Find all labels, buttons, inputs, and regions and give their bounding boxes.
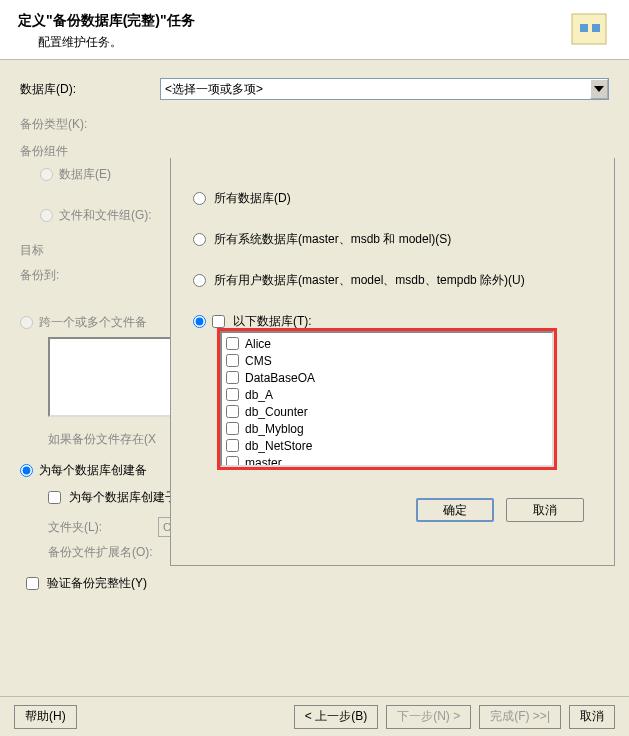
header-icon	[566, 8, 614, 52]
db-item-label: Alice	[245, 337, 271, 351]
ok-button[interactable]: 确定	[416, 498, 494, 522]
radio-per-db[interactable]	[20, 464, 33, 477]
folder-label: 文件夹(L):	[48, 519, 158, 536]
destination-label: 目标	[20, 242, 160, 259]
radio-sys-db[interactable]	[193, 233, 206, 246]
database-dropdown[interactable]: <选择一项或多项>	[160, 78, 609, 100]
db-item-checkbox[interactable]	[226, 439, 239, 452]
radio-filegroup	[40, 209, 53, 222]
cancel-wizard-button[interactable]: 取消	[569, 705, 615, 729]
checkbox-subdir[interactable]	[48, 491, 61, 504]
radio-sys-db-label: 所有系统数据库(master、msdb 和 model)(S)	[214, 231, 451, 248]
db-item[interactable]: DataBaseOA	[226, 369, 548, 386]
db-item-label: master	[245, 456, 282, 468]
ext-label: 备份文件扩展名(O):	[48, 544, 158, 561]
db-item-label: db_NetStore	[245, 439, 312, 453]
help-button[interactable]: 帮助(H)	[14, 705, 77, 729]
radio-across-files	[20, 316, 33, 329]
radio-all-db[interactable]	[193, 192, 206, 205]
checkbox-verify[interactable]	[26, 577, 39, 590]
radio-across-files-label: 跨一个或多个文件备	[39, 314, 147, 331]
db-item-checkbox[interactable]	[226, 371, 239, 384]
db-item[interactable]: Alice	[226, 335, 548, 352]
db-item-checkbox[interactable]	[226, 388, 239, 401]
database-list-highlight: AliceCMSDataBaseOAdb_Adb_Counterdb_Myblo…	[217, 328, 557, 470]
db-item-checkbox[interactable]	[226, 354, 239, 367]
radio-per-db-label: 为每个数据库创建备	[39, 462, 147, 479]
wizard-header: 定义"备份数据库(完整)"任务 配置维护任务。	[0, 0, 629, 60]
radio-all-db-label: 所有数据库(D)	[214, 190, 291, 207]
page-title: 定义"备份数据库(完整)"任务	[18, 12, 611, 30]
db-item-label: CMS	[245, 354, 272, 368]
dropdown-arrow-button[interactable]	[590, 79, 608, 99]
checkbox-verify-label: 验证备份完整性(Y)	[47, 575, 147, 592]
db-item-label: db_Myblog	[245, 422, 304, 436]
db-item[interactable]: db_Counter	[226, 403, 548, 420]
db-item-checkbox[interactable]	[226, 405, 239, 418]
svg-rect-0	[572, 14, 606, 44]
db-item-checkbox[interactable]	[226, 456, 239, 467]
dropdown-text: <选择一项或多项>	[165, 81, 263, 98]
next-button: 下一步(N) >	[386, 705, 471, 729]
svg-rect-1	[580, 24, 588, 32]
db-item[interactable]: CMS	[226, 352, 548, 369]
db-item[interactable]: master	[226, 454, 548, 467]
radio-database	[40, 168, 53, 181]
radio-filegroup-label: 文件和文件组(G):	[59, 207, 152, 224]
radio-database-label: 数据库(E)	[59, 166, 111, 183]
database-dropdown-panel: 所有数据库(D) 所有系统数据库(master、msdb 和 model)(S)…	[170, 158, 615, 566]
radio-user-db[interactable]	[193, 274, 206, 287]
backup-type-label: 备份类型(K):	[20, 116, 160, 133]
radio-user-db-label: 所有用户数据库(master、model、msdb、tempdb 除外)(U)	[214, 272, 525, 289]
checkbox-these-db-all[interactable]	[212, 315, 225, 328]
database-list[interactable]: AliceCMSDataBaseOAdb_Adb_Counterdb_Myblo…	[220, 331, 554, 467]
cancel-button[interactable]: 取消	[506, 498, 584, 522]
wizard-footer: 帮助(H) < 上一步(B) 下一步(N) > 完成(F) >>| 取消	[0, 696, 629, 736]
backup-component-label: 备份组件	[20, 143, 160, 160]
db-item-label: db_Counter	[245, 405, 308, 419]
db-item[interactable]: db_NetStore	[226, 437, 548, 454]
db-item-checkbox[interactable]	[226, 337, 239, 350]
db-item-label: DataBaseOA	[245, 371, 315, 385]
svg-rect-2	[592, 24, 600, 32]
back-button[interactable]: < 上一步(B)	[294, 705, 378, 729]
finish-button: 完成(F) >>|	[479, 705, 561, 729]
page-subtitle: 配置维护任务。	[18, 30, 611, 51]
db-item[interactable]: db_Myblog	[226, 420, 548, 437]
radio-these-db[interactable]	[193, 315, 206, 328]
db-item[interactable]: db_A	[226, 386, 548, 403]
db-item-label: db_A	[245, 388, 273, 402]
database-label: 数据库(D):	[20, 81, 160, 98]
db-item-checkbox[interactable]	[226, 422, 239, 435]
